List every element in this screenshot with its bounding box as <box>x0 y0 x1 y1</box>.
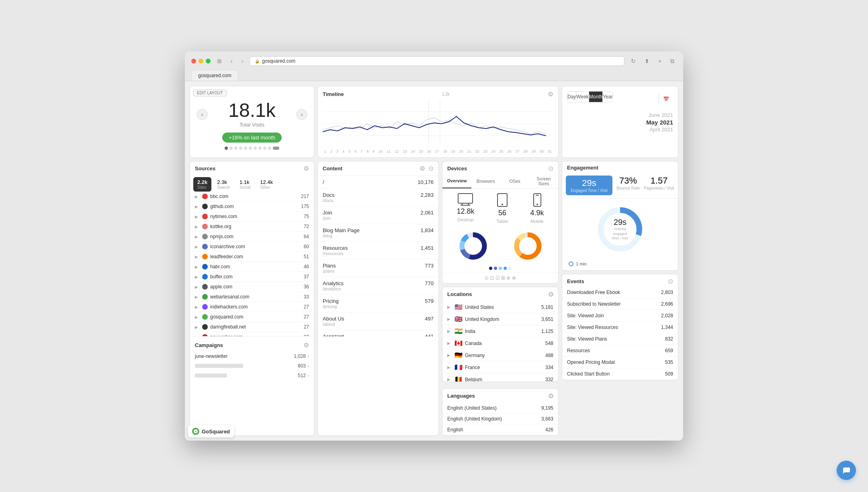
list-item[interactable]: ▶ bbc.com 217 <box>190 192 314 202</box>
devices-icon-row: ⊙ ⊡ ☑ ⊞ ⊛ ⊕ <box>485 275 516 281</box>
sources-tab-search[interactable]: 2.3k Search <box>213 177 234 192</box>
period-week-button[interactable]: Week <box>576 92 589 102</box>
list-item[interactable]: Docs /docs 2,283 <box>318 189 438 206</box>
list-item[interactable]: ▶ 🇬🇧 United Kingdom 3,651 <box>442 313 558 325</box>
list-item[interactable]: Site: Viewed Resources 1,344 <box>562 322 678 333</box>
devices-tab-browsers[interactable]: Browsers <box>471 174 500 188</box>
list-item[interactable]: ▶ 🇺🇸 United States 5,181 <box>442 301 558 313</box>
period-day-button[interactable]: Day <box>567 92 576 102</box>
list-item[interactable]: ▶ newyorker.com 27 <box>190 332 314 336</box>
list-item[interactable]: ▶ 🇧🇪 Belgium 332 <box>442 374 558 382</box>
devices-settings-icon[interactable]: ⊙ <box>548 165 553 172</box>
list-item[interactable]: june-newsletter 1,028 › <box>190 351 314 361</box>
list-item[interactable]: Opened Pricing Modal 535 <box>562 357 678 368</box>
list-item[interactable]: 803 › <box>190 361 314 371</box>
new-tab-button[interactable]: + <box>656 57 664 65</box>
campaign-arrow-icon: › <box>307 373 309 378</box>
list-item[interactable]: English (United States) 9,195 <box>442 403 558 414</box>
sources-tab-sites[interactable]: 2.2k Sites <box>193 177 211 192</box>
list-item[interactable]: ▶ 🇩🇪 Germany 488 <box>442 349 558 361</box>
list-item[interactable]: Assistant /assistant 441 <box>318 330 438 337</box>
list-item[interactable]: ▶ buffer.com 37 <box>190 272 314 282</box>
timeline-panel: Timeline 1.2k ⚙ 123456789101112131415161… <box>317 86 559 158</box>
list-item[interactable]: ▶ habr.com 46 <box>190 262 314 272</box>
list-item[interactable]: English (United Kingdom) 3,663 <box>442 414 558 425</box>
list-item[interactable]: ▶ github.com 175 <box>190 202 314 212</box>
list-item[interactable]: Join /join 2,061 <box>318 206 438 224</box>
period-month-button[interactable]: Month <box>589 92 603 102</box>
list-item[interactable]: / 10,176 <box>318 176 438 189</box>
list-item[interactable]: ▶ nytimes.com 75 <box>190 212 314 222</box>
chat-button[interactable] <box>837 461 856 480</box>
content-name: Analytics <box>323 280 425 286</box>
mobile-donut-chart <box>513 231 543 261</box>
forward-button[interactable]: › <box>239 57 246 65</box>
timeline-y-max: 1.2k <box>442 92 450 96</box>
timeline-settings-icon[interactable]: ⚙ <box>548 90 553 98</box>
sidebar-toggle-button[interactable]: ⊞ <box>215 57 224 65</box>
events-settings-icon[interactable]: ⊙ <box>668 278 673 285</box>
period-year-button[interactable]: Year <box>603 92 612 102</box>
minimize-traffic-light[interactable] <box>199 59 203 63</box>
list-item[interactable]: Site: Viewed Join 2,028 <box>562 310 678 322</box>
list-item[interactable]: ▶ iconarchive.com 60 <box>190 242 314 252</box>
list-item[interactable]: Resources 659 <box>562 345 678 357</box>
list-item[interactable]: Site: Viewed Plans 832 <box>562 333 678 345</box>
list-item[interactable]: Resources /resources 1,451 <box>318 242 438 259</box>
devices-tab-oses[interactable]: OSes <box>500 174 529 188</box>
active-tab[interactable]: gosquared.com <box>191 70 238 81</box>
list-item[interactable]: ▶ 🇫🇷 France 334 <box>442 361 558 374</box>
back-button[interactable]: ‹ <box>228 57 235 65</box>
list-item[interactable]: Clicked Start Button 509 <box>562 368 678 380</box>
close-traffic-light[interactable] <box>191 59 196 63</box>
share-button[interactable]: ⬆ <box>642 57 652 65</box>
devices-tab-overview[interactable]: Overview <box>442 174 471 188</box>
next-arrow[interactable]: › <box>296 109 307 120</box>
list-item[interactable]: Pricing /pricing 579 <box>318 295 438 312</box>
prev-arrow[interactable]: ‹ <box>197 109 208 120</box>
campaigns-settings-icon[interactable]: ⚙ <box>303 341 309 349</box>
list-item[interactable]: Analytics /analytics 770 <box>318 277 438 295</box>
sources-settings-icon[interactable]: ⚙ <box>303 165 309 172</box>
list-item[interactable]: ▶ 🇨🇦 Canada 548 <box>442 337 558 349</box>
list-item[interactable]: ▶ daringfireball.net 27 <box>190 322 314 332</box>
list-item[interactable]: ▶ indiehackers.com 27 <box>190 302 314 312</box>
maximize-traffic-light[interactable] <box>206 59 211 63</box>
list-item[interactable]: ▶ npmjs.com 64 <box>190 232 314 242</box>
list-item[interactable]: Subscribed to Newsletter 2,696 <box>562 298 678 310</box>
list-item[interactable]: English 426 <box>442 425 558 435</box>
expand-icon: ▶ <box>447 353 452 357</box>
content-more-icon[interactable]: ⊙ <box>428 165 434 172</box>
list-item[interactable]: Downloaded Free Ebook 2,803 <box>562 287 678 298</box>
list-item[interactable]: About Us /about 497 <box>318 312 438 330</box>
expand-icon: ▶ <box>195 305 200 309</box>
list-item[interactable]: ▶ 🇮🇳 India 1,125 <box>442 325 558 337</box>
languages-title: Languages <box>447 393 475 399</box>
calendar-button[interactable]: 📅 <box>659 94 673 104</box>
list-item[interactable]: 512 › <box>190 371 314 380</box>
locations-settings-icon[interactable]: ⊙ <box>548 290 553 298</box>
list-item[interactable]: Plans /plans 773 <box>318 259 438 277</box>
sources-tab-social[interactable]: 1.1k Social <box>235 177 254 192</box>
list-item[interactable]: ▶ webartesanal.com 33 <box>190 292 314 302</box>
edit-layout-button[interactable]: EDIT LAYOUT <box>193 90 227 96</box>
gosquared-badge[interactable]: GoSquared <box>188 425 234 437</box>
period-month-june: June 2021 <box>567 112 673 118</box>
list-item[interactable]: ▶ apple.com 36 <box>190 282 314 292</box>
list-item[interactable]: ▶ kottke.org 72 <box>190 222 314 232</box>
sources-tab-other[interactable]: 12.4k Other <box>256 177 277 192</box>
event-count: 2,696 <box>661 301 673 307</box>
list-item[interactable]: Blog Main Page /blog 1,834 <box>318 224 438 242</box>
tabs-button[interactable]: ⧉ <box>668 57 677 65</box>
reload-button[interactable]: ↻ <box>628 57 638 65</box>
language-name: English (United Kingdom) <box>447 416 502 422</box>
favicon-icon <box>202 204 208 209</box>
list-item[interactable]: ▶ gosquared.com 27 <box>190 312 314 322</box>
content-count: 441 <box>425 333 434 337</box>
content-settings-icon[interactable]: ⚙ <box>420 165 425 172</box>
languages-settings-icon[interactable]: ⊙ <box>548 392 553 400</box>
devices-tab-screen-sizes[interactable]: Screen Sizes <box>529 174 558 188</box>
period-month-may[interactable]: May 2021 <box>567 119 673 126</box>
list-item[interactable]: ▶ leadfeeder.com 51 <box>190 252 314 262</box>
language-name: English (United States) <box>447 405 497 411</box>
